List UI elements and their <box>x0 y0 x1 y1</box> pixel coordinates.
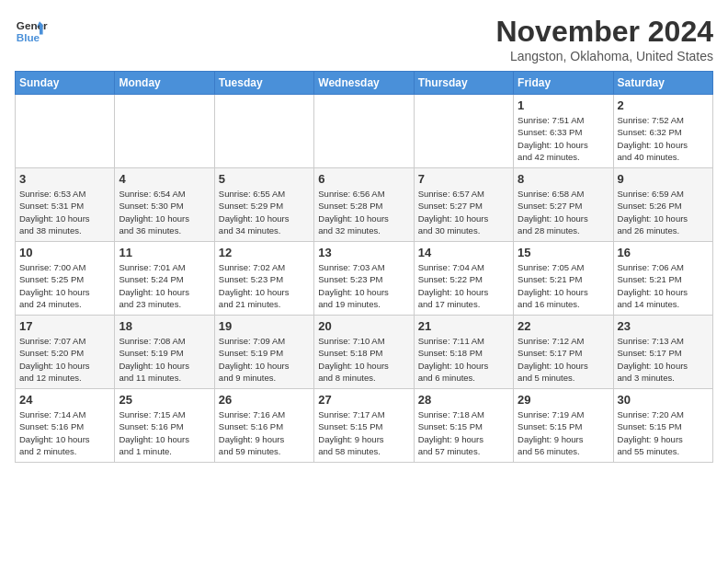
svg-text:Blue: Blue <box>17 31 40 43</box>
calendar-day-cell: 6Sunrise: 6:56 AM Sunset: 5:28 PM Daylig… <box>314 168 414 242</box>
calendar-day-cell: 8Sunrise: 6:58 AM Sunset: 5:27 PM Daylig… <box>514 168 613 242</box>
calendar-day-cell: 25Sunrise: 7:15 AM Sunset: 5:16 PM Dayli… <box>115 389 214 463</box>
day-info: Sunrise: 7:52 AM Sunset: 6:32 PM Dayligh… <box>618 115 688 162</box>
calendar-day-cell: 30Sunrise: 7:20 AM Sunset: 5:15 PM Dayli… <box>613 389 712 463</box>
weekday-header: Friday <box>514 72 613 95</box>
day-info: Sunrise: 7:07 AM Sunset: 5:20 PM Dayligh… <box>19 336 90 383</box>
day-info: Sunrise: 6:58 AM Sunset: 5:27 PM Dayligh… <box>518 189 588 236</box>
day-info: Sunrise: 7:08 AM Sunset: 5:19 PM Dayligh… <box>119 336 189 383</box>
month-title: November 2024 <box>495 15 713 49</box>
day-info: Sunrise: 7:14 AM Sunset: 5:16 PM Dayligh… <box>19 409 90 456</box>
day-number: 26 <box>219 393 310 407</box>
weekday-header: Sunday <box>16 72 115 95</box>
day-info: Sunrise: 6:55 AM Sunset: 5:29 PM Dayligh… <box>219 189 290 236</box>
day-info: Sunrise: 6:53 AM Sunset: 5:31 PM Dayligh… <box>19 189 90 236</box>
calendar-day-cell: 15Sunrise: 7:05 AM Sunset: 5:21 PM Dayli… <box>514 242 613 316</box>
day-info: Sunrise: 7:02 AM Sunset: 5:23 PM Dayligh… <box>219 262 290 309</box>
day-info: Sunrise: 7:51 AM Sunset: 6:33 PM Dayligh… <box>518 115 588 162</box>
day-info: Sunrise: 7:18 AM Sunset: 5:15 PM Dayligh… <box>418 409 484 456</box>
logo: General Blue <box>15 15 48 48</box>
calendar-day-cell: 2Sunrise: 7:52 AM Sunset: 6:32 PM Daylig… <box>613 95 712 168</box>
day-info: Sunrise: 7:05 AM Sunset: 5:21 PM Dayligh… <box>518 262 588 309</box>
day-info: Sunrise: 7:09 AM Sunset: 5:19 PM Dayligh… <box>219 336 290 383</box>
day-number: 16 <box>618 246 709 259</box>
day-number: 28 <box>418 393 509 407</box>
calendar-day-cell: 16Sunrise: 7:06 AM Sunset: 5:21 PM Dayli… <box>613 242 712 316</box>
day-number: 6 <box>318 172 409 186</box>
day-info: Sunrise: 7:00 AM Sunset: 5:25 PM Dayligh… <box>19 262 90 309</box>
day-number: 17 <box>19 319 110 333</box>
day-number: 23 <box>618 319 709 333</box>
calendar-day-cell: 3Sunrise: 6:53 AM Sunset: 5:31 PM Daylig… <box>16 168 115 242</box>
day-number: 7 <box>418 172 509 186</box>
day-number: 2 <box>618 98 709 112</box>
day-number: 12 <box>219 246 310 259</box>
title-block: November 2024 Langston, Oklahoma, United… <box>495 15 713 63</box>
calendar-day-cell: 19Sunrise: 7:09 AM Sunset: 5:19 PM Dayli… <box>214 316 313 389</box>
day-info: Sunrise: 7:16 AM Sunset: 5:16 PM Dayligh… <box>219 409 285 456</box>
calendar-day-cell: 27Sunrise: 7:17 AM Sunset: 5:15 PM Dayli… <box>314 389 414 463</box>
empty-cell <box>214 95 313 168</box>
calendar-day-cell: 11Sunrise: 7:01 AM Sunset: 5:24 PM Dayli… <box>115 242 214 316</box>
day-number: 9 <box>618 172 709 186</box>
calendar-day-cell: 23Sunrise: 7:13 AM Sunset: 5:17 PM Dayli… <box>613 316 712 389</box>
day-number: 1 <box>518 98 609 112</box>
calendar-day-cell: 26Sunrise: 7:16 AM Sunset: 5:16 PM Dayli… <box>214 389 313 463</box>
day-number: 20 <box>318 319 409 333</box>
day-number: 8 <box>518 172 609 186</box>
day-number: 10 <box>19 246 110 259</box>
day-number: 14 <box>418 246 509 259</box>
day-number: 15 <box>518 246 609 259</box>
calendar-day-cell: 17Sunrise: 7:07 AM Sunset: 5:20 PM Dayli… <box>16 316 115 389</box>
calendar-day-cell: 20Sunrise: 7:10 AM Sunset: 5:18 PM Dayli… <box>314 316 414 389</box>
calendar-day-cell: 9Sunrise: 6:59 AM Sunset: 5:26 PM Daylig… <box>613 168 712 242</box>
day-info: Sunrise: 7:17 AM Sunset: 5:15 PM Dayligh… <box>318 409 384 456</box>
empty-cell <box>314 95 414 168</box>
calendar-day-cell: 5Sunrise: 6:55 AM Sunset: 5:29 PM Daylig… <box>214 168 313 242</box>
calendar-day-cell: 29Sunrise: 7:19 AM Sunset: 5:15 PM Dayli… <box>514 389 613 463</box>
day-info: Sunrise: 7:06 AM Sunset: 5:21 PM Dayligh… <box>618 262 688 309</box>
page-header: General Blue November 2024 Langston, Okl… <box>15 15 713 63</box>
calendar-day-cell: 18Sunrise: 7:08 AM Sunset: 5:19 PM Dayli… <box>115 316 214 389</box>
day-number: 4 <box>119 172 210 186</box>
day-number: 11 <box>119 246 210 259</box>
logo-icon: General Blue <box>15 15 48 48</box>
svg-text:General: General <box>17 19 48 31</box>
day-number: 30 <box>618 393 709 407</box>
calendar-day-cell: 13Sunrise: 7:03 AM Sunset: 5:23 PM Dayli… <box>314 242 414 316</box>
day-info: Sunrise: 7:10 AM Sunset: 5:18 PM Dayligh… <box>318 336 389 383</box>
weekday-header: Thursday <box>414 72 513 95</box>
day-number: 18 <box>119 319 210 333</box>
calendar-day-cell: 22Sunrise: 7:12 AM Sunset: 5:17 PM Dayli… <box>514 316 613 389</box>
empty-cell <box>16 95 115 168</box>
weekday-header: Tuesday <box>214 72 313 95</box>
day-info: Sunrise: 6:57 AM Sunset: 5:27 PM Dayligh… <box>418 189 489 236</box>
location: Langston, Oklahoma, United States <box>495 49 713 63</box>
day-number: 29 <box>518 393 609 407</box>
day-info: Sunrise: 6:56 AM Sunset: 5:28 PM Dayligh… <box>318 189 389 236</box>
calendar-day-cell: 24Sunrise: 7:14 AM Sunset: 5:16 PM Dayli… <box>16 389 115 463</box>
calendar-day-cell: 10Sunrise: 7:00 AM Sunset: 5:25 PM Dayli… <box>16 242 115 316</box>
calendar-day-cell: 21Sunrise: 7:11 AM Sunset: 5:18 PM Dayli… <box>414 316 513 389</box>
day-info: Sunrise: 7:12 AM Sunset: 5:17 PM Dayligh… <box>518 336 588 383</box>
weekday-header: Saturday <box>613 72 712 95</box>
calendar-table: SundayMondayTuesdayWednesdayThursdayFrid… <box>15 71 713 463</box>
empty-cell <box>115 95 214 168</box>
day-number: 19 <box>219 319 310 333</box>
day-info: Sunrise: 7:01 AM Sunset: 5:24 PM Dayligh… <box>119 262 189 309</box>
day-info: Sunrise: 7:11 AM Sunset: 5:18 PM Dayligh… <box>418 336 489 383</box>
weekday-header: Monday <box>115 72 214 95</box>
day-info: Sunrise: 7:03 AM Sunset: 5:23 PM Dayligh… <box>318 262 389 309</box>
day-number: 24 <box>19 393 110 407</box>
empty-cell <box>414 95 513 168</box>
day-info: Sunrise: 6:59 AM Sunset: 5:26 PM Dayligh… <box>618 189 688 236</box>
day-info: Sunrise: 7:15 AM Sunset: 5:16 PM Dayligh… <box>119 409 189 456</box>
calendar-day-cell: 1Sunrise: 7:51 AM Sunset: 6:33 PM Daylig… <box>514 95 613 168</box>
day-number: 13 <box>318 246 409 259</box>
calendar-day-cell: 12Sunrise: 7:02 AM Sunset: 5:23 PM Dayli… <box>214 242 313 316</box>
day-info: Sunrise: 7:04 AM Sunset: 5:22 PM Dayligh… <box>418 262 489 309</box>
day-info: Sunrise: 7:13 AM Sunset: 5:17 PM Dayligh… <box>618 336 688 383</box>
calendar-day-cell: 7Sunrise: 6:57 AM Sunset: 5:27 PM Daylig… <box>414 168 513 242</box>
calendar-day-cell: 4Sunrise: 6:54 AM Sunset: 5:30 PM Daylig… <box>115 168 214 242</box>
day-number: 27 <box>318 393 409 407</box>
